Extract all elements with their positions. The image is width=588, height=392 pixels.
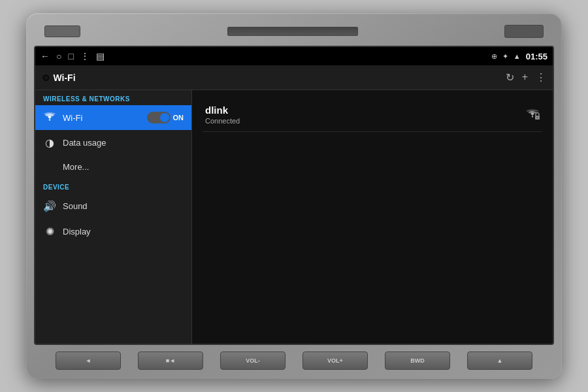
back-icon[interactable]: ← [41, 51, 50, 61]
sound-icon: 🔊 [43, 200, 56, 212]
time-display: 01:55 [526, 52, 547, 61]
wifi-status-icon: ▲ [514, 52, 521, 60]
section-wireless: WIRELESS & NETWORKS [35, 90, 191, 105]
settings-header-actions: ↻ + ⋮ [506, 71, 546, 84]
svg-point-1 [537, 117, 538, 118]
bottom-btn-1-label: ◄ [86, 357, 91, 364]
home-icon[interactable]: ○ [56, 51, 61, 61]
overflow-icon[interactable]: ⋮ [536, 71, 546, 84]
bottom-btn-vol-minus-label: VOL- [246, 357, 260, 364]
bluetooth-icon: ✦ [502, 52, 508, 61]
sound-label: Sound [63, 201, 88, 211]
sd-slot [504, 25, 544, 38]
main-content: WIRELESS & NETWORKS Wi-Fi [35, 90, 553, 344]
disc-slot [227, 27, 358, 36]
wifi-network-name: dlink [205, 105, 240, 116]
wifi-network-info: dlink Connected [205, 105, 240, 125]
bottom-btn-bwd[interactable]: BWD [385, 351, 450, 370]
refresh-icon[interactable]: ↻ [506, 71, 514, 84]
more-label: More... [63, 162, 89, 172]
nav-slot-left [44, 25, 80, 37]
data-usage-label: Data usage [63, 138, 106, 148]
apps-icon[interactable]: ▤ [96, 51, 105, 61]
data-usage-icon: ◑ [43, 137, 56, 149]
status-bar: ← ○ □ ⋮ ▤ ⊕ ✦ ▲ 01:55 [35, 47, 553, 65]
status-bar-right: ⊕ ✦ ▲ 01:55 [491, 52, 547, 61]
sidebar-item-more[interactable]: More... [35, 155, 191, 178]
display-icon: ✺ [43, 225, 56, 238]
right-panel: dlink Connected [192, 90, 553, 344]
sidebar-item-display[interactable]: ✺ Display [35, 219, 191, 244]
bottom-btn-vol-plus-label: VOL+ [327, 357, 343, 364]
toggle-thumb [160, 113, 169, 122]
bottom-btn-eject-label: ▲ [497, 357, 503, 364]
wifi-toggle[interactable]: ON [147, 112, 184, 123]
car-unit-device: ← ○ □ ⋮ ▤ ⊕ ✦ ▲ 01:55 ⚙ Wi-Fi ↻ + ⋮ [26, 13, 562, 379]
sidebar-item-data-usage[interactable]: ◑ Data usage [35, 130, 191, 155]
bottom-btn-eject[interactable]: ▲ [467, 351, 532, 370]
sidebar-item-wifi[interactable]: Wi-Fi ON [35, 105, 191, 130]
settings-gear-icon: ⚙ [42, 73, 50, 83]
bottom-btn-vol-minus[interactable]: VOL- [220, 351, 286, 370]
status-bar-left: ← ○ □ ⋮ ▤ [41, 51, 105, 61]
sidebar-item-sound[interactable]: 🔊 Sound [35, 193, 191, 219]
settings-sidebar: WIRELESS & NETWORKS Wi-Fi [35, 90, 192, 344]
wifi-network-row[interactable]: dlink Connected [203, 98, 542, 132]
section-device: DEVICE [35, 178, 191, 193]
device-top-bar [34, 20, 554, 43]
toggle-on-label: ON [173, 114, 184, 122]
settings-app-header: ⚙ Wi-Fi ↻ + ⋮ [35, 65, 553, 90]
settings-title: Wi-Fi [53, 73, 505, 83]
bottom-btn-2-label: ■◄ [166, 357, 175, 364]
display-label: Display [63, 227, 91, 237]
location-icon: ⊕ [491, 52, 497, 61]
bottom-btn-2[interactable]: ■◄ [138, 351, 203, 370]
screen: ← ○ □ ⋮ ▤ ⊕ ✦ ▲ 01:55 ⚙ Wi-Fi ↻ + ⋮ [34, 46, 554, 345]
add-icon[interactable]: + [522, 71, 528, 84]
wifi-label: Wi-Fi [63, 113, 82, 123]
wifi-network-status: Connected [205, 117, 240, 125]
wifi-lock-icon [525, 106, 540, 123]
more-icon[interactable]: ⋮ [80, 51, 90, 61]
bottom-btn-1[interactable]: ◄ [56, 351, 121, 370]
bottom-btn-bwd-label: BWD [410, 357, 425, 364]
device-bottom-bar: ◄ ■◄ VOL- VOL+ BWD ▲ [34, 348, 554, 374]
toggle-track[interactable] [147, 112, 171, 123]
bottom-btn-vol-plus[interactable]: VOL+ [302, 351, 368, 370]
recents-icon[interactable]: □ [68, 51, 73, 61]
wifi-icon [43, 112, 56, 123]
